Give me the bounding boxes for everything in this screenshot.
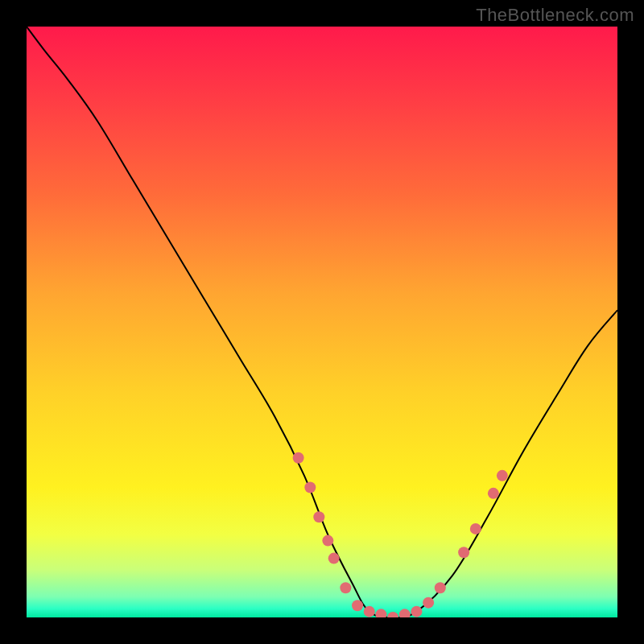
highlight-dot xyxy=(328,553,340,564)
highlight-dot xyxy=(497,470,508,481)
highlight-dot xyxy=(352,600,363,611)
highlight-dot xyxy=(340,582,351,593)
highlight-dot xyxy=(313,511,324,522)
highlight-dot xyxy=(399,609,411,617)
highlight-dot xyxy=(411,606,422,617)
plot-area xyxy=(27,27,617,617)
highlight-dot xyxy=(488,488,499,499)
highlight-dot xyxy=(423,597,434,609)
highlight-dot xyxy=(470,523,481,535)
bottleneck-curve xyxy=(27,27,617,617)
chart-container: TheBottleneck.com xyxy=(0,0,644,644)
highlight-dot xyxy=(322,535,333,547)
highlight-dot xyxy=(375,609,386,617)
highlight-dot xyxy=(435,582,446,593)
highlight-dot xyxy=(458,547,469,558)
curve-layer xyxy=(27,27,617,617)
highlight-dot xyxy=(387,612,398,617)
highlight-dot xyxy=(364,606,375,617)
highlight-dots xyxy=(293,452,508,617)
highlight-dot xyxy=(304,482,316,493)
watermark-text: TheBottleneck.com xyxy=(476,5,634,26)
highlight-dot xyxy=(293,452,304,464)
